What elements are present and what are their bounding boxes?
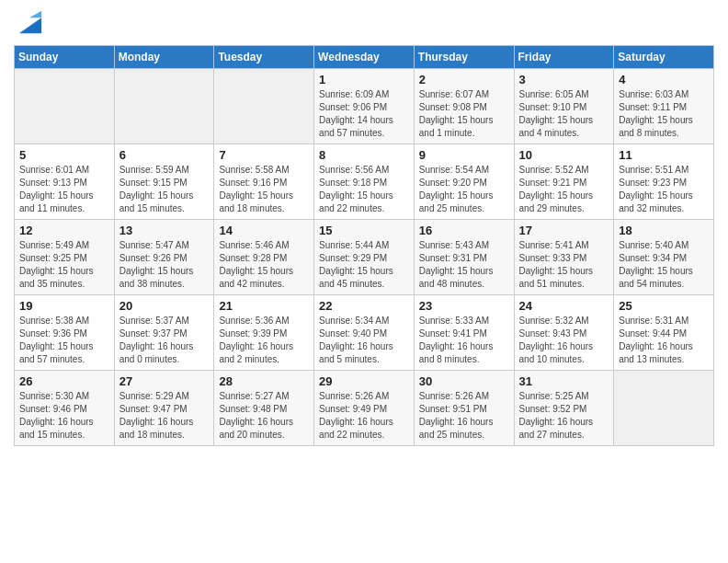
- calendar-cell: [214, 68, 314, 144]
- calendar-week-row: 19Sunrise: 5:38 AM Sunset: 9:36 PM Dayli…: [15, 294, 714, 370]
- calendar-cell: 30Sunrise: 5:26 AM Sunset: 9:51 PM Dayli…: [414, 370, 514, 445]
- calendar-week-row: 26Sunrise: 5:30 AM Sunset: 9:46 PM Dayli…: [15, 370, 714, 445]
- logo: [14, 9, 43, 40]
- day-info: Sunrise: 5:52 AM Sunset: 9:21 PM Dayligh…: [519, 164, 609, 215]
- day-number: 13: [119, 224, 210, 237]
- calendar-cell: 31Sunrise: 5:25 AM Sunset: 9:52 PM Dayli…: [514, 370, 614, 445]
- day-info: Sunrise: 5:54 AM Sunset: 9:20 PM Dayligh…: [419, 164, 509, 215]
- svg-marker-1: [29, 11, 41, 17]
- day-info: Sunrise: 5:31 AM Sunset: 9:44 PM Dayligh…: [619, 315, 709, 366]
- day-number: 23: [419, 299, 509, 313]
- day-info: Sunrise: 5:25 AM Sunset: 9:52 PM Dayligh…: [519, 390, 609, 442]
- day-header-saturday: Saturday: [614, 45, 714, 68]
- calendar-week-row: 1Sunrise: 6:09 AM Sunset: 9:06 PM Daylig…: [15, 68, 714, 144]
- day-info: Sunrise: 6:09 AM Sunset: 9:06 PM Dayligh…: [319, 88, 409, 140]
- calendar-cell: [15, 68, 115, 144]
- day-number: 28: [219, 374, 309, 388]
- calendar-cell: 27Sunrise: 5:29 AM Sunset: 9:47 PM Dayli…: [114, 370, 214, 445]
- day-number: 29: [319, 374, 409, 388]
- day-info: Sunrise: 5:58 AM Sunset: 9:16 PM Dayligh…: [219, 164, 309, 215]
- day-number: 18: [619, 224, 709, 237]
- day-header-tuesday: Tuesday: [214, 45, 314, 68]
- day-number: 26: [19, 374, 109, 388]
- day-number: 21: [219, 299, 309, 313]
- day-header-thursday: Thursday: [414, 45, 514, 68]
- calendar-cell: 18Sunrise: 5:40 AM Sunset: 9:34 PM Dayli…: [614, 219, 714, 294]
- calendar-cell: 21Sunrise: 5:36 AM Sunset: 9:39 PM Dayli…: [214, 294, 314, 370]
- day-number: 17: [519, 224, 609, 237]
- day-number: 24: [519, 299, 609, 313]
- calendar-cell: 29Sunrise: 5:26 AM Sunset: 9:49 PM Dayli…: [314, 370, 415, 445]
- day-number: 3: [519, 73, 609, 86]
- day-number: 11: [619, 148, 709, 162]
- day-info: Sunrise: 5:47 AM Sunset: 9:26 PM Dayligh…: [119, 239, 210, 291]
- day-number: 30: [419, 374, 509, 388]
- day-info: Sunrise: 6:03 AM Sunset: 9:11 PM Dayligh…: [619, 88, 709, 140]
- day-number: 2: [419, 73, 509, 86]
- day-number: 7: [219, 148, 309, 162]
- day-header-friday: Friday: [514, 45, 614, 68]
- calendar-cell: 15Sunrise: 5:44 AM Sunset: 9:29 PM Dayli…: [314, 219, 415, 294]
- day-number: 22: [319, 299, 409, 313]
- day-number: 19: [19, 299, 109, 313]
- day-info: Sunrise: 5:43 AM Sunset: 9:31 PM Dayligh…: [419, 239, 509, 291]
- day-number: 31: [519, 374, 609, 388]
- calendar-cell: 12Sunrise: 5:49 AM Sunset: 9:25 PM Dayli…: [15, 219, 115, 294]
- calendar-cell: 10Sunrise: 5:52 AM Sunset: 9:21 PM Dayli…: [514, 144, 614, 219]
- day-header-sunday: Sunday: [15, 45, 115, 68]
- calendar-cell: 20Sunrise: 5:37 AM Sunset: 9:37 PM Dayli…: [114, 294, 214, 370]
- day-number: 5: [19, 148, 109, 162]
- day-number: 1: [319, 73, 409, 86]
- calendar-cell: 9Sunrise: 5:54 AM Sunset: 9:20 PM Daylig…: [414, 144, 514, 219]
- calendar-header-row: SundayMondayTuesdayWednesdayThursdayFrid…: [15, 45, 714, 68]
- page: SundayMondayTuesdayWednesdayThursdayFrid…: [0, 0, 728, 455]
- calendar-cell: 8Sunrise: 5:56 AM Sunset: 9:18 PM Daylig…: [314, 144, 415, 219]
- calendar-week-row: 12Sunrise: 5:49 AM Sunset: 9:25 PM Dayli…: [15, 219, 714, 294]
- day-info: Sunrise: 6:07 AM Sunset: 9:08 PM Dayligh…: [419, 88, 509, 140]
- day-info: Sunrise: 5:59 AM Sunset: 9:15 PM Dayligh…: [119, 164, 210, 215]
- day-info: Sunrise: 6:05 AM Sunset: 9:10 PM Dayligh…: [519, 88, 609, 140]
- logo-icon: [17, 9, 43, 35]
- calendar-cell: 7Sunrise: 5:58 AM Sunset: 9:16 PM Daylig…: [214, 144, 314, 219]
- day-info: Sunrise: 5:38 AM Sunset: 9:36 PM Dayligh…: [19, 315, 109, 366]
- day-header-wednesday: Wednesday: [314, 45, 415, 68]
- calendar-cell: 23Sunrise: 5:33 AM Sunset: 9:41 PM Dayli…: [414, 294, 514, 370]
- day-number: 8: [319, 148, 409, 162]
- svg-marker-0: [19, 17, 41, 33]
- day-number: 4: [619, 73, 709, 86]
- day-info: Sunrise: 5:27 AM Sunset: 9:48 PM Dayligh…: [219, 390, 309, 442]
- day-number: 27: [119, 374, 210, 388]
- calendar-cell: 11Sunrise: 5:51 AM Sunset: 9:23 PM Dayli…: [614, 144, 714, 219]
- calendar-cell: 24Sunrise: 5:32 AM Sunset: 9:43 PM Dayli…: [514, 294, 614, 370]
- day-info: Sunrise: 5:41 AM Sunset: 9:33 PM Dayligh…: [519, 239, 609, 291]
- day-info: Sunrise: 5:30 AM Sunset: 9:46 PM Dayligh…: [19, 390, 109, 442]
- calendar-week-row: 5Sunrise: 6:01 AM Sunset: 9:13 PM Daylig…: [15, 144, 714, 219]
- calendar-cell: [114, 68, 214, 144]
- calendar-cell: 28Sunrise: 5:27 AM Sunset: 9:48 PM Dayli…: [214, 370, 314, 445]
- day-number: 6: [119, 148, 210, 162]
- calendar-cell: 2Sunrise: 6:07 AM Sunset: 9:08 PM Daylig…: [414, 68, 514, 144]
- day-info: Sunrise: 5:46 AM Sunset: 9:28 PM Dayligh…: [219, 239, 309, 291]
- calendar-cell: 3Sunrise: 6:05 AM Sunset: 9:10 PM Daylig…: [514, 68, 614, 144]
- header: [14, 9, 714, 40]
- calendar-cell: 22Sunrise: 5:34 AM Sunset: 9:40 PM Dayli…: [314, 294, 415, 370]
- day-info: Sunrise: 5:51 AM Sunset: 9:23 PM Dayligh…: [619, 164, 709, 215]
- day-number: 20: [119, 299, 210, 313]
- calendar-cell: 14Sunrise: 5:46 AM Sunset: 9:28 PM Dayli…: [214, 219, 314, 294]
- day-info: Sunrise: 5:26 AM Sunset: 9:51 PM Dayligh…: [419, 390, 509, 442]
- day-header-monday: Monday: [114, 45, 214, 68]
- day-info: Sunrise: 5:26 AM Sunset: 9:49 PM Dayligh…: [319, 390, 409, 442]
- day-number: 12: [19, 224, 109, 237]
- calendar-cell: 16Sunrise: 5:43 AM Sunset: 9:31 PM Dayli…: [414, 219, 514, 294]
- day-number: 10: [519, 148, 609, 162]
- calendar-table: SundayMondayTuesdayWednesdayThursdayFrid…: [14, 45, 714, 446]
- day-info: Sunrise: 5:32 AM Sunset: 9:43 PM Dayligh…: [519, 315, 609, 366]
- calendar-cell: 4Sunrise: 6:03 AM Sunset: 9:11 PM Daylig…: [614, 68, 714, 144]
- calendar-cell: [614, 370, 714, 445]
- calendar-cell: 5Sunrise: 6:01 AM Sunset: 9:13 PM Daylig…: [15, 144, 115, 219]
- calendar-cell: 1Sunrise: 6:09 AM Sunset: 9:06 PM Daylig…: [314, 68, 415, 144]
- day-info: Sunrise: 5:49 AM Sunset: 9:25 PM Dayligh…: [19, 239, 109, 291]
- calendar-cell: 17Sunrise: 5:41 AM Sunset: 9:33 PM Dayli…: [514, 219, 614, 294]
- day-number: 15: [319, 224, 409, 237]
- day-info: Sunrise: 5:34 AM Sunset: 9:40 PM Dayligh…: [319, 315, 409, 366]
